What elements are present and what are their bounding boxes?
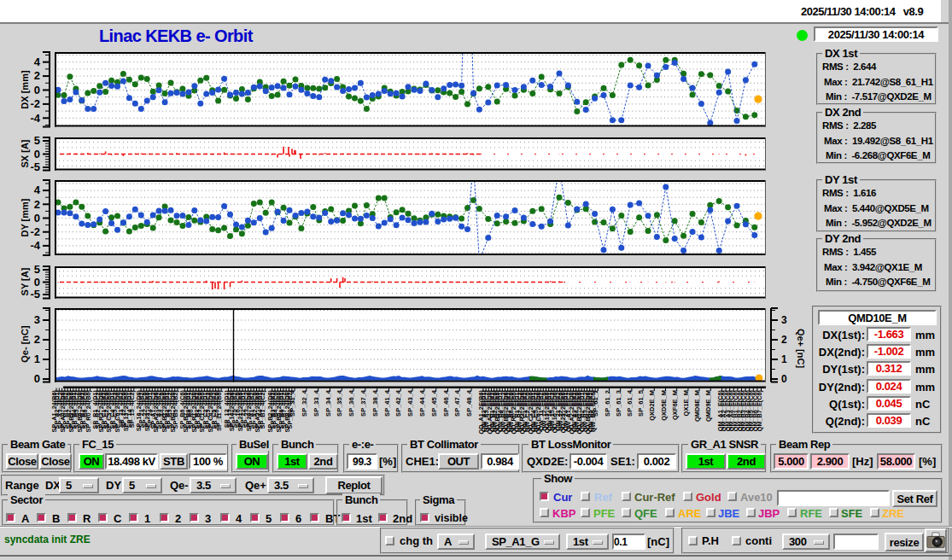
svg-text:QMD8E_M: QMD8E_M	[693, 390, 701, 422]
svg-text:SY [A]: SY [A]	[20, 267, 30, 295]
svg-text:SP_47_4: SP_47_4	[453, 389, 461, 417]
svg-text:QXF6E_M: QXF6E_M	[671, 390, 679, 420]
svg-text:0: 0	[34, 148, 40, 160]
svg-text:5: 5	[34, 134, 40, 147]
svg-text:2: 2	[34, 69, 40, 82]
svg-text:2: 2	[34, 198, 40, 211]
svg-text:0: 0	[34, 276, 40, 289]
svg-text:SP_31_4: SP_31_4	[289, 389, 296, 417]
svg-text:SP_48_4: SP_48_4	[465, 389, 473, 417]
svg-text:SP_35_4: SP_35_4	[336, 389, 343, 417]
svg-text:SP_32_4: SP_32_4	[301, 389, 308, 417]
svg-text:SP_41_4: SP_41_4	[383, 389, 391, 417]
svg-text:-2: -2	[30, 97, 40, 110]
svg-text:SP_36_4: SP_36_4	[348, 389, 355, 417]
svg-text:SP_45_4: SP_45_4	[430, 389, 438, 417]
svg-text:1: 1	[34, 353, 40, 365]
svg-text:-4: -4	[30, 112, 40, 125]
svg-text:-5: -5	[30, 160, 40, 173]
svg-text:4: 4	[34, 184, 41, 196]
svg-text:-2: -2	[30, 225, 40, 238]
svg-text:QM_B7_E(C6): QM_B7_E(C6)	[756, 389, 763, 431]
svg-text:-5: -5	[30, 288, 40, 300]
svg-text:0: 0	[34, 212, 40, 225]
svg-text:SP_37_4: SP_37_4	[359, 389, 367, 417]
svg-text:1: 1	[781, 353, 787, 365]
svg-text:3: 3	[781, 314, 787, 326]
svg-text:QMD9E_M: QMD9E_M	[704, 390, 712, 422]
svg-text:SP_61_1: SP_61_1	[592, 390, 599, 417]
svg-text:-4: -4	[30, 239, 40, 252]
svg-text:Qe+ [nC]: Qe+ [nC]	[796, 329, 806, 368]
svg-text:SP_61_5: SP_61_5	[637, 390, 645, 417]
svg-text:SP_61_3: SP_61_3	[615, 390, 622, 417]
svg-text:QX1E_M: QX1E_M	[682, 390, 690, 416]
svg-text:0: 0	[34, 372, 40, 385]
svg-text:DX [mm]: DX [mm]	[20, 70, 30, 109]
svg-text:QXD2E_M: QXD2E_M	[648, 390, 656, 421]
svg-text:SX [A]: SX [A]	[20, 139, 30, 167]
svg-text:QXD5E_M: QXD5E_M	[660, 390, 668, 421]
svg-text:SP_44_4: SP_44_4	[418, 389, 426, 417]
svg-text:2: 2	[34, 333, 40, 346]
svg-text:SP_42_4: SP_42_4	[394, 389, 402, 417]
svg-text:DY [mm]: DY [mm]	[20, 198, 30, 236]
svg-text:SP_38_4: SP_38_4	[371, 389, 379, 417]
svg-text:3: 3	[34, 313, 40, 326]
svg-text:SP_43_4: SP_43_4	[406, 389, 414, 417]
svg-text:0: 0	[781, 373, 787, 385]
svg-text:5: 5	[34, 263, 40, 276]
svg-text:0: 0	[34, 84, 40, 96]
svg-text:SP_61_2: SP_61_2	[604, 390, 611, 417]
svg-text:SP_46_4: SP_46_4	[442, 389, 450, 417]
svg-text:SP_33_4: SP_33_4	[312, 389, 320, 417]
svg-text:SP_34_4: SP_34_4	[324, 389, 332, 417]
svg-text:2: 2	[781, 334, 787, 346]
svg-text:SP_61_4: SP_61_4	[626, 389, 634, 417]
svg-text:Qe- [nC]: Qe- [nC]	[20, 325, 30, 363]
svg-text:4: 4	[34, 55, 41, 68]
